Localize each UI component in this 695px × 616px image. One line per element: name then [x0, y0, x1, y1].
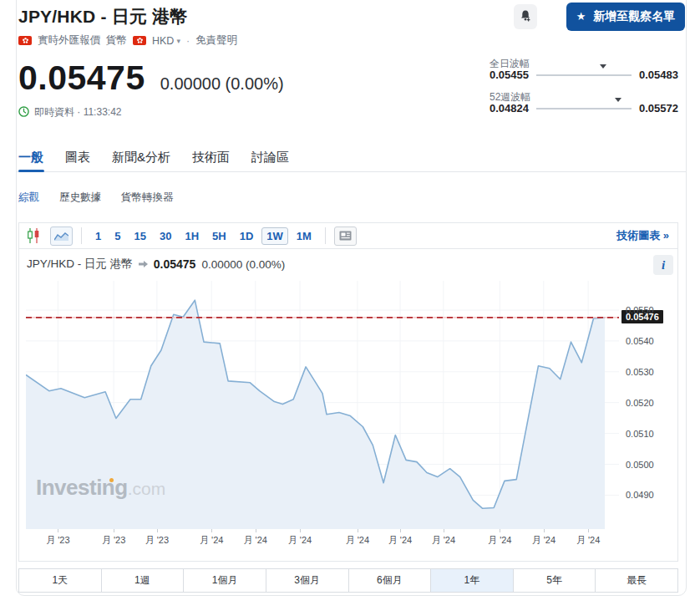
breadcrumb: 實時外匯報價 貨幣 HKD ▾ · 免責聲明 — [18, 33, 237, 48]
active-tab-underline — [18, 170, 44, 172]
tab-4[interactable]: 討論區 — [251, 150, 289, 174]
subtab-1[interactable]: 歷史數據 — [59, 191, 101, 205]
y-axis-label: 0.0490 — [626, 490, 654, 500]
timeframe-3[interactable]: 30 — [155, 227, 176, 245]
news-events-button[interactable] — [334, 227, 357, 246]
day-range-marker — [600, 69, 608, 84]
x-axis-label: 月 '24 — [525, 534, 562, 547]
add-watchlist-button[interactable]: ★ 新增至觀察名單 — [566, 3, 685, 31]
timeframe-8[interactable]: 1M — [292, 227, 317, 245]
y-axis: 0.05476 0.05500.05400.05300.05200.05100.… — [620, 281, 678, 529]
week52-range-high: 0.05572 — [639, 102, 678, 115]
x-axis-label: 月 '24 — [193, 534, 230, 547]
tab-2[interactable]: 新聞&分析 — [112, 150, 170, 174]
period-0[interactable]: 1天 — [19, 569, 102, 592]
area-chart-button[interactable] — [50, 227, 73, 246]
candlestick-chart-button[interactable] — [26, 227, 42, 244]
tabs-divider — [17, 171, 686, 172]
toolbar-divider — [325, 227, 326, 244]
x-axis-tick — [114, 529, 114, 532]
x-axis-tick — [211, 529, 212, 532]
price-change: 0.00000 (0.00%) — [160, 74, 284, 94]
period-2[interactable]: 1個月 — [184, 569, 266, 592]
week52-range-track — [536, 108, 632, 109]
timeframe-4[interactable]: 1H — [180, 227, 204, 245]
realtime-row: 即時資料 · 11:33:42 — [18, 105, 121, 120]
tab-3[interactable]: 技術面 — [192, 150, 230, 174]
x-axis-label: 月 '23 — [39, 534, 76, 547]
chart-toolbar: 1515301H5H1D1W1M 技術圖表 » — [19, 223, 677, 249]
quote-type-label[interactable]: 實時外匯報價 — [38, 33, 100, 48]
x-axis-tick — [157, 529, 158, 532]
day-range-row: 0.05455 0.05483 — [490, 69, 678, 81]
subtab-0[interactable]: 綜觀 — [18, 191, 39, 205]
period-6[interactable]: 5年 — [514, 569, 596, 592]
x-axis-tick — [400, 529, 401, 532]
timeframe-1[interactable]: 5 — [109, 227, 125, 245]
y-axis-label: 0.0530 — [626, 367, 654, 377]
x-axis-label: 月 '23 — [95, 534, 132, 547]
week52-range-low: 0.04824 — [490, 102, 529, 115]
disclaimer-link[interactable]: 免責聲明 — [195, 33, 237, 48]
hk-flag-icon — [133, 36, 146, 45]
x-axis-tick — [256, 529, 256, 532]
realtime-label: 即時資料 · 11:33:42 — [34, 105, 121, 120]
day-range-low: 0.05455 — [490, 69, 529, 81]
clock-icon — [18, 106, 29, 120]
timeframe-0[interactable]: 1 — [90, 227, 106, 245]
category-label[interactable]: 貨幣 — [106, 33, 127, 48]
x-axis-tick — [500, 529, 500, 532]
info-button[interactable]: i — [653, 255, 673, 275]
timeframe-5[interactable]: 5H — [207, 227, 231, 245]
y-axis-label: 0.0540 — [626, 336, 654, 346]
timeframe-6[interactable]: 1D — [235, 227, 259, 245]
timeframe-2[interactable]: 15 — [129, 227, 150, 245]
y-axis-label: 0.0510 — [626, 429, 654, 439]
period-5[interactable]: 1年 — [431, 569, 514, 592]
chart-change: 0.00000 (0.00%) — [201, 258, 285, 271]
instrument-name: JPY/HKD - 日元 港幣 — [27, 257, 133, 272]
week52-range-marker — [615, 102, 623, 117]
x-axis-tick — [588, 529, 589, 532]
page-title: JPY/HKD - 日元 港幣 — [18, 5, 188, 28]
toolbar-divider — [81, 227, 82, 244]
alert-button[interactable] — [514, 4, 537, 29]
period-4[interactable]: 6個月 — [349, 569, 432, 592]
y-axis-label: 0.0550 — [626, 305, 654, 315]
separator-dot: · — [186, 35, 190, 47]
day-range-high: 0.05483 — [639, 69, 678, 81]
chart-price: 0.05475 — [154, 257, 196, 271]
technical-chart-link[interactable]: 技術圖表 » — [616, 228, 669, 243]
currency-selector[interactable]: HKD ▾ — [152, 35, 180, 47]
chart-widget: 1515301H5H1D1W1M 技術圖表 » JPY/HKD - 日元 港幣 … — [18, 222, 678, 562]
arrow-right-icon — [139, 258, 148, 271]
x-axis-label: 月 '24 — [481, 534, 518, 547]
x-axis-label: 月 '24 — [282, 534, 318, 547]
x-axis-label: 月 '24 — [382, 534, 419, 547]
week52-range-row: 0.04824 0.05572 — [490, 102, 678, 115]
tab-1[interactable]: 圖表 — [65, 150, 90, 174]
day-range-track — [536, 74, 632, 76]
bell-plus-icon — [519, 9, 532, 25]
subtab-2[interactable]: 貨幣轉換器 — [121, 191, 174, 205]
x-axis-label: 月 '24 — [237, 534, 274, 547]
x-axis-tick — [358, 529, 358, 532]
period-3[interactable]: 3個月 — [266, 569, 349, 592]
chevron-down-icon: ▾ — [176, 37, 180, 45]
period-selector: 1天1週1個月3個月6個月1年5年最長 — [18, 568, 678, 593]
price-row: 0.05475 0.00000 (0.00%) — [18, 59, 284, 98]
timeframe-list: 1515301H5H1D1W1M — [90, 227, 317, 245]
period-7[interactable]: 最長 — [596, 569, 677, 592]
x-axis-tick — [300, 529, 301, 532]
x-axis-tick — [58, 529, 58, 532]
y-axis-label: 0.0520 — [626, 398, 654, 408]
main-tabs: 一般圖表新聞&分析技術面討論區 — [18, 150, 289, 174]
period-1[interactable]: 1週 — [102, 569, 185, 592]
current-price: 0.05475 — [18, 59, 145, 98]
hk-flag-icon — [18, 36, 32, 45]
timeframe-7[interactable]: 1W — [261, 227, 288, 245]
x-axis-label: 月 '23 — [139, 534, 175, 547]
chart-header: JPY/HKD - 日元 港幣 0.05475 0.00000 (0.00%) — [27, 257, 285, 272]
sub-tabs: 綜觀歷史數據貨幣轉換器 — [18, 191, 174, 205]
chart-plot[interactable]: Investing.com — [26, 281, 619, 529]
